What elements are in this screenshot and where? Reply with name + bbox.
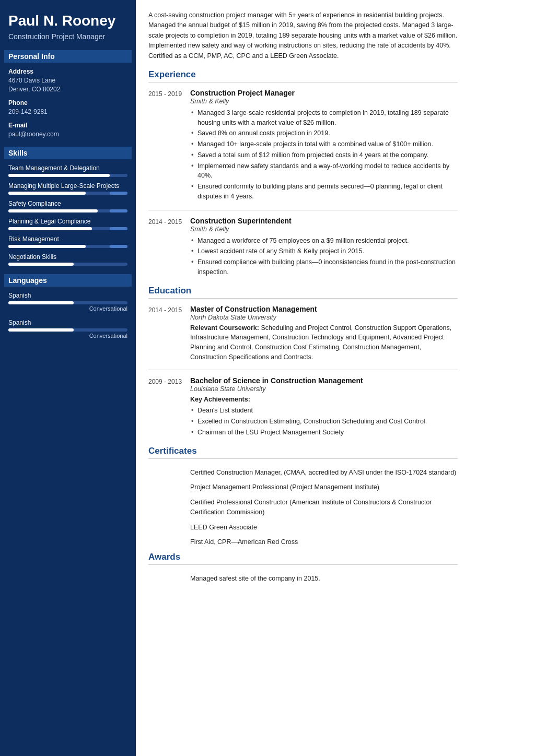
experience-item: 2014 - 2015 Construction Superintendent …: [148, 217, 458, 278]
email-label: E-mail: [8, 122, 127, 129]
experience-item: 2015 - 2019 Construction Project Manager…: [148, 89, 458, 203]
cert-text: Certified Construction Manager, (CMAA, a…: [190, 465, 458, 480]
skill-item: Team Management & Delegation: [8, 164, 127, 177]
edu-bullet: Chairman of the LSU Project Management S…: [190, 428, 458, 438]
edu-degree: Bachelor of Science in Construction Mana…: [190, 376, 458, 385]
certificate-item: First Aid, CPR—American Red Cross: [148, 535, 458, 550]
skill-item: Safety Compliance: [8, 200, 127, 212]
skill-item: Risk Management: [8, 235, 127, 248]
exp-dates: 2015 - 2019: [148, 89, 190, 203]
edu-degree: Master of Construction Management: [190, 305, 458, 313]
exp-bullet: Lowest accident rate of any Smith & Kell…: [190, 246, 458, 256]
certificates-list: Certified Construction Manager, (CMAA, a…: [148, 465, 458, 550]
exp-bullet: Saved a total sum of $12 million from pr…: [190, 150, 458, 160]
certificate-item: LEED Green Associate: [148, 520, 458, 535]
edu-bullet: Excelled in Construction Estimating, Con…: [190, 417, 458, 427]
skill-name: Managing Multiple Large-Scale Projects: [8, 182, 127, 190]
lang-name: Spanish: [8, 292, 127, 299]
awards-list: Managed safest site of the company in 20…: [148, 571, 458, 586]
exp-content: Construction Project Manager Smith & Kel…: [190, 89, 458, 203]
edu-details-bold: Key Achievements:: [190, 396, 250, 403]
skill-bar: [8, 245, 127, 248]
exp-bullet: Managed a workforce of 75 employees on a…: [190, 236, 458, 246]
phone-value: 209-142-9281: [8, 108, 127, 116]
skill-bar: [8, 209, 127, 212]
edu-school: Louisiana State University: [190, 385, 458, 393]
edu-dates: 2014 - 2015: [148, 305, 190, 362]
exp-bullets: Managed 3 large-scale residential projec…: [190, 108, 458, 202]
address-value: 4670 Davis LaneDenver, CO 80202: [8, 76, 127, 94]
lang-level: Conversational: [8, 333, 127, 339]
skill-item: Managing Multiple Large-Scale Projects: [8, 182, 127, 195]
skill-bar: [8, 227, 127, 230]
edu-details: Relevant Coursework: Scheduling and Proj…: [190, 323, 458, 362]
email-value: paul@rooney.com: [8, 130, 127, 139]
phone-label: Phone: [8, 99, 127, 107]
certificate-item: Certified Professional Constructor (Amer…: [148, 495, 458, 520]
experience-heading: Experience: [148, 69, 458, 82]
exp-company: Smith & Kelly: [190, 98, 458, 105]
skill-name: Negotiation Skills: [8, 253, 127, 261]
exp-bullet: Saved 8% on annual costs projection in 2…: [190, 128, 458, 138]
edu-dates: 2009 - 2013: [148, 376, 190, 439]
personal-info-heading: Personal Info: [4, 50, 132, 63]
certificate-item: Certified Construction Manager, (CMAA, a…: [148, 465, 458, 480]
language-item: Spanish Conversational: [8, 319, 127, 339]
education-item: 2009 - 2013 Bachelor of Science in Const…: [148, 376, 458, 439]
edu-details-bold: Relevant Coursework:: [190, 324, 259, 332]
skill-item: Negotiation Skills: [8, 253, 127, 266]
certificate-item: Project Management Professional (Project…: [148, 480, 458, 495]
edu-bullet: Dean's List student: [190, 406, 458, 416]
exp-bullet: Ensured conformity to building plans and…: [190, 182, 458, 202]
exp-company: Smith & Kelly: [190, 226, 458, 233]
experience-list: 2015 - 2019 Construction Project Manager…: [148, 89, 458, 278]
awards-heading: Awards: [148, 552, 458, 565]
education-item: 2014 - 2015 Master of Construction Manag…: [148, 305, 458, 362]
exp-job-title: Construction Project Manager: [190, 89, 458, 97]
edu-details: Key Achievements: Dean's List studentExc…: [190, 395, 458, 438]
edu-school: North Dakota State University: [190, 314, 458, 321]
exp-bullet: Managed 3 large-scale residential projec…: [190, 108, 458, 128]
lang-level: Conversational: [8, 305, 127, 312]
exp-bullet: Implemented new safety standards and a w…: [190, 161, 458, 181]
skill-name: Risk Management: [8, 235, 127, 243]
sidebar: Paul N. Rooney Construction Project Mana…: [0, 0, 136, 756]
skill-name: Safety Compliance: [8, 200, 127, 207]
skill-name: Planning & Legal Compliance: [8, 218, 127, 225]
exp-dates: 2014 - 2015: [148, 217, 190, 278]
skills-heading: Skills: [4, 147, 132, 159]
lang-bar: [8, 301, 127, 304]
edu-bullets: Dean's List studentExcelled in Construct…: [190, 406, 458, 437]
certificates-heading: Certificates: [148, 446, 458, 459]
edu-content: Master of Construction Management North …: [190, 305, 458, 362]
lang-name: Spanish: [8, 319, 127, 326]
main-content: A cost-saving construction project manag…: [136, 0, 470, 756]
education-heading: Education: [148, 286, 458, 299]
edu-content: Bachelor of Science in Construction Mana…: [190, 376, 458, 439]
exp-bullet: Ensured compliance with building plans—0…: [190, 257, 458, 277]
exp-bullets: Managed a workforce of 75 employees on a…: [190, 236, 458, 277]
summary-text: A cost-saving construction project manag…: [148, 10, 458, 61]
language-item: Spanish Conversational: [8, 292, 127, 312]
skill-item: Planning & Legal Compliance: [8, 218, 127, 230]
exp-content: Construction Superintendent Smith & Kell…: [190, 217, 458, 278]
cert-text: LEED Green Associate: [190, 520, 458, 535]
education-list: 2014 - 2015 Master of Construction Manag…: [148, 305, 458, 439]
lang-bar: [8, 328, 127, 332]
candidate-name: Paul N. Rooney: [8, 13, 127, 29]
exp-job-title: Construction Superintendent: [190, 217, 458, 225]
award-item: Managed safest site of the company in 20…: [148, 571, 458, 586]
skill-bar: [8, 192, 127, 195]
languages-heading: Languages: [4, 274, 132, 287]
languages-list: Spanish Conversational Spanish Conversat…: [8, 292, 127, 339]
award-text: Managed safest site of the company in 20…: [190, 571, 458, 586]
candidate-title: Construction Project Manager: [8, 32, 127, 41]
cert-text: Certified Professional Constructor (Amer…: [190, 495, 458, 520]
address-label: Address: [8, 68, 127, 75]
cert-text: First Aid, CPR—American Red Cross: [190, 535, 458, 550]
cert-text: Project Management Professional (Project…: [190, 480, 458, 495]
skill-name: Team Management & Delegation: [8, 164, 127, 172]
skill-bar: [8, 263, 127, 266]
exp-bullet: Managed 10+ large-scale projects in tota…: [190, 139, 458, 149]
skills-list: Team Management & Delegation Managing Mu…: [8, 164, 127, 266]
